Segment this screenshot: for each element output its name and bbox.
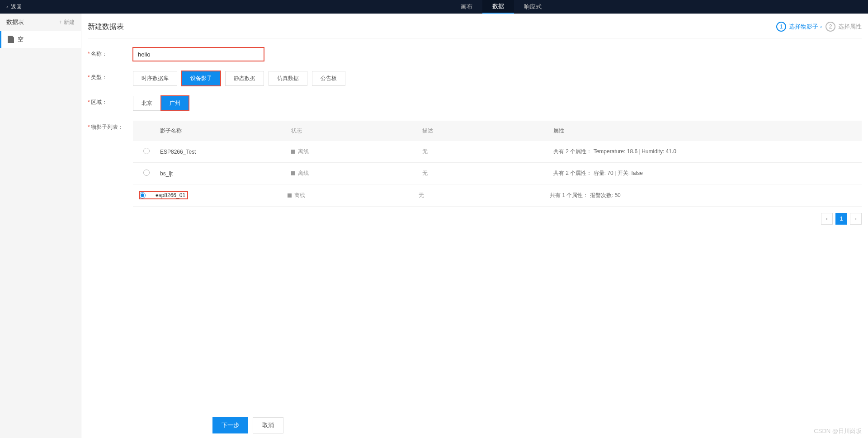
th-attr: 属性	[553, 127, 862, 135]
status-square-icon	[291, 171, 295, 175]
nav-tab-data[interactable]: 数据	[482, 0, 514, 14]
region-label: *区域：	[88, 96, 133, 106]
next-button[interactable]: 下一步	[212, 417, 248, 433]
cell-desc: 无	[419, 192, 550, 199]
shadow-table: 影子名称 状态 描述 属性 ESP8266_Test离线无共有 2 个属性： T…	[133, 121, 862, 207]
cell-name: esp8266_01	[156, 192, 185, 198]
region-opt-beijing[interactable]: 北京	[133, 96, 161, 111]
cell-status: 离线	[298, 148, 309, 155]
step-1-num: 1	[776, 22, 786, 32]
nav-tab-responsive[interactable]: 响应式	[514, 0, 552, 14]
type-opt-shadow[interactable]: 设备影子	[182, 71, 221, 86]
pagination: ‹ 1 ›	[133, 213, 862, 225]
status-square-icon	[288, 193, 292, 198]
cancel-button[interactable]: 取消	[253, 417, 283, 433]
name-label: *名称：	[88, 47, 133, 58]
radio-icon[interactable]	[143, 170, 150, 176]
sidebar-title: 数据表	[6, 18, 24, 26]
page-next[interactable]: ›	[850, 213, 862, 225]
step-2[interactable]: 2 选择属性	[826, 22, 862, 32]
sidebar-new-button[interactable]: + 新建	[59, 19, 75, 26]
top-nav: ‹ 返回 画布 数据 响应式	[0, 0, 868, 14]
table-row[interactable]: esp8266_01离线无共有 1 个属性： 报警次数: 50	[133, 184, 862, 207]
type-opt-sim[interactable]: 仿真数据	[269, 71, 307, 86]
chevron-right-icon: ›	[820, 24, 822, 30]
th-status: 状态	[291, 127, 422, 135]
cell-name: ESP8266_Test	[160, 149, 291, 155]
th-name: 影子名称	[160, 127, 291, 135]
step-1-label: 选择物影子	[789, 23, 818, 31]
back-button[interactable]: ‹ 返回	[0, 3, 28, 11]
content-area: 新建数据表 1 选择物影子 › 2 选择属性 *名称：	[81, 14, 868, 438]
cell-desc: 无	[422, 148, 553, 155]
cell-name: bs_ljt	[160, 170, 291, 177]
sidebar-item-label: 空	[18, 35, 24, 43]
type-opt-tsdb[interactable]: 时序数据库	[133, 71, 177, 86]
status-square-icon	[291, 150, 295, 154]
cell-status: 离线	[294, 192, 305, 199]
cell-attr: 共有 2 个属性： 容量: 70|开关: false	[553, 170, 862, 177]
region-opt-guangzhou[interactable]: 广州	[161, 96, 189, 111]
sidebar-item-empty[interactable]: 空	[0, 31, 81, 48]
page-title: 新建数据表	[88, 22, 124, 32]
file-icon	[8, 36, 14, 43]
name-input[interactable]	[133, 47, 264, 61]
radio-icon[interactable]	[139, 192, 146, 198]
step-indicator: 1 选择物影子 › 2 选择属性	[776, 22, 862, 32]
radio-icon[interactable]	[143, 148, 150, 154]
step-2-num: 2	[826, 22, 835, 32]
type-label: *类型：	[88, 71, 133, 81]
cell-attr: 共有 2 个属性： Temperature: 18.6|Humidity: 41…	[553, 148, 862, 155]
chevron-left-icon: ‹	[6, 4, 8, 9]
type-opt-board[interactable]: 公告板	[312, 71, 345, 86]
nav-tab-canvas[interactable]: 画布	[451, 0, 482, 14]
page-prev[interactable]: ‹	[821, 213, 833, 225]
footer-buttons: 下一步 取消	[212, 417, 283, 433]
nav-tabs: 画布 数据 响应式	[451, 0, 552, 14]
shadow-list-label: *物影子列表：	[88, 121, 133, 131]
sidebar: 数据表 + 新建 空	[0, 14, 81, 438]
step-1[interactable]: 1 选择物影子 ›	[776, 22, 822, 32]
type-options: 时序数据库 设备影子 静态数据 仿真数据 公告板	[133, 71, 862, 86]
type-opt-static[interactable]: 静态数据	[225, 71, 264, 86]
region-options: 北京 广州	[133, 96, 862, 111]
table-row[interactable]: ESP8266_Test离线无共有 2 个属性： Temperature: 18…	[133, 141, 862, 163]
back-label: 返回	[11, 3, 22, 11]
page-1[interactable]: 1	[835, 213, 847, 225]
th-desc: 描述	[422, 127, 553, 135]
table-header: 影子名称 状态 描述 属性	[133, 121, 862, 141]
watermark: CSDN @日川崗坂	[814, 427, 862, 435]
table-row[interactable]: bs_ljt离线无共有 2 个属性： 容量: 70|开关: false	[133, 163, 862, 184]
step-2-label: 选择属性	[838, 23, 862, 31]
cell-status: 离线	[298, 170, 309, 177]
cell-attr: 共有 1 个属性： 报警次数: 50	[550, 192, 862, 199]
cell-desc: 无	[422, 170, 553, 177]
